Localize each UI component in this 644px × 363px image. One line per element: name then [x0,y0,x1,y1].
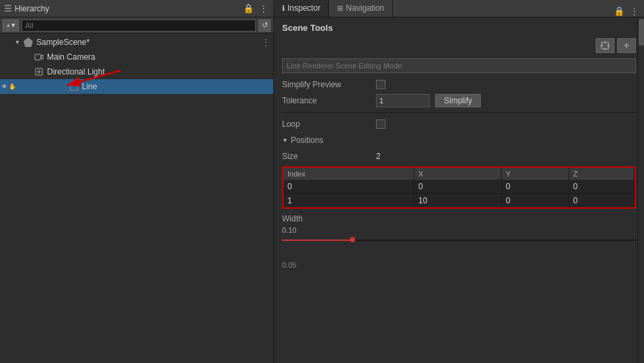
inspector-tabs: ℹ Inspector ⊞ Navigation 🔒 ⋮ [274,0,644,17]
tolerance-label: Tolerance [282,96,376,105]
main-camera-label: Main Camera [47,52,95,62]
hierarchy-header-left: ☰ Hierarchy [4,3,49,13]
cell-y-1[interactable]: 0 [502,194,569,208]
slider-fill [282,240,353,241]
positions-table-container: Index X Y Z 0 0 0 0 1 10 [282,166,636,209]
scene-icon-samplescene [23,37,34,48]
lock-icon[interactable]: 🔒 [242,3,255,15]
expand-arrow-samplescene: ▼ [13,38,21,46]
add-button[interactable]: + ▾ [3,19,19,32]
width-value-label: 0.10 [282,226,636,234]
cell-y-0[interactable]: 0 [502,180,569,194]
tab-inspector-label: Inspector [287,3,320,13]
directional-light-label: Directional Light [47,67,105,76]
hierarchy-title: Hierarchy [15,4,49,13]
refresh-icon: ↺ [262,21,268,30]
tool-btn-add[interactable]: + [617,38,636,53]
scene-tools-buttons: + [282,38,636,53]
hierarchy-panel: ☰ Hierarchy 🔒 ⋮ + ▾ ↺ ▼ SampleScene* ⋮ [0,0,274,363]
plus-icon: + [6,21,10,30]
col-header-y: Y [502,168,569,180]
tree-item-main-camera[interactable]: ▶ Main Camera [0,50,273,64]
lock-icon-inspector[interactable]: 🔒 [613,5,625,17]
tolerance-value: Simplify [376,94,636,107]
simplify-preview-row: Simplify Preview [282,77,636,92]
inspector-panel: ℹ Inspector ⊞ Navigation 🔒 ⋮ Scene Tools [274,0,644,363]
eye-icon: 👁 [1,83,7,90]
more-options-inspector[interactable]: ⋮ [628,5,640,17]
hierarchy-header: ☰ Hierarchy 🔒 ⋮ [0,0,273,17]
width-label: Width [282,214,636,223]
svg-marker-1 [41,55,43,59]
positions-label: Positions [291,136,324,145]
scrollbar[interactable] [637,17,644,363]
simplify-button[interactable]: Simplify [435,94,481,107]
positions-collapse-arrow[interactable]: ▼ [282,137,288,144]
tolerance-row: Tolerance Simplify [282,93,636,108]
table-row: 1 10 0 0 [283,194,635,208]
cell-index-1[interactable]: 1 [283,194,414,208]
samplescene-dots[interactable]: ⋮ [261,37,271,48]
hierarchy-content: ▼ SampleScene* ⋮ ▶ Main Camera ▶ [0,34,273,363]
simplify-preview-checkbox[interactable] [376,80,385,89]
camera-icon [34,52,44,62]
hamburger-icon: ☰ [4,3,12,13]
col-header-index: Index [283,168,414,180]
refresh-button[interactable]: ↺ [259,19,271,32]
simplify-preview-value [376,80,636,89]
tab-navigation-label: Navigation [346,3,384,13]
nav-icon: ⊞ [337,4,343,13]
tree-item-line[interactable]: 👁 ✋ ▶ Line [0,79,273,94]
width-mid-value-label: 0.05 [282,261,636,269]
loop-checkbox[interactable] [376,119,385,129]
scrollbar-thumb[interactable] [639,19,644,46]
cell-z-1[interactable]: 0 [569,194,634,208]
line-label: Line [82,82,97,91]
width-section: Width 0.10 0.05 [282,214,636,269]
line-renderer-mode-input [282,58,636,73]
slider-thumb[interactable] [350,237,355,242]
inspector-content: Scene Tools + Simplify Preview [274,17,644,363]
tree-item-directional-light[interactable]: ▶ Directional Light [0,64,273,79]
search-input[interactable] [21,19,256,32]
loop-label: Loop [282,119,376,129]
positions-table: Index X Y Z 0 0 0 0 1 10 [283,168,635,207]
cell-x-0[interactable]: 0 [414,180,502,194]
tab-navigation[interactable]: ⊞ Navigation [329,0,393,17]
samplescene-label: SampleScene* [36,38,89,47]
tree-item-samplescene[interactable]: ▼ SampleScene* ⋮ [0,35,273,50]
hierarchy-toolbar: + ▾ ↺ [0,17,273,34]
plus-icon-tool: + [623,40,629,52]
width-slider-track [282,240,636,241]
eye-icons: 👁 ✋ [1,83,16,90]
hand-icon: ✋ [9,83,16,90]
svg-rect-0 [35,54,41,60]
hierarchy-header-right: 🔒 ⋮ [242,3,269,15]
table-row: 0 0 0 0 [283,180,635,194]
positions-header: ▼ Positions [282,133,636,148]
scene-tools-title: Scene Tools [282,23,636,33]
loop-row: Loop [282,117,636,132]
more-options-icon[interactable]: ⋮ [257,3,269,15]
cell-index-0[interactable]: 0 [283,180,414,194]
tolerance-input[interactable] [376,94,430,107]
simplify-preview-label: Simplify Preview [282,80,376,89]
tool-btn-move[interactable] [596,38,614,53]
col-header-x: X [414,168,502,180]
size-label: Size [282,152,376,161]
tab-inspector[interactable]: ℹ Inspector [274,0,329,17]
col-header-z: Z [569,168,634,180]
light-icon [34,66,44,77]
cube-icon-line [68,81,79,92]
loop-value [376,119,636,129]
inspector-header-right: 🔒 ⋮ [613,5,644,17]
size-row: Size 2 [282,149,636,164]
divider-1 [282,112,636,113]
size-value: 2 [376,152,381,161]
cell-x-1[interactable]: 10 [414,194,502,208]
info-icon: ℹ [282,4,285,13]
cell-z-0[interactable]: 0 [569,180,634,194]
add-dropdown-arrow: ▾ [11,21,15,30]
